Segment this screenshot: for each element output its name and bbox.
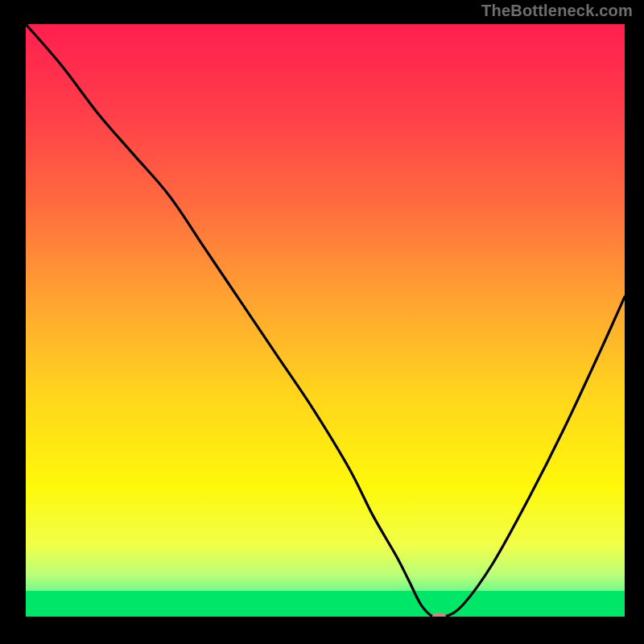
bottleneck-curve — [26, 24, 625, 617]
watermark-text: TheBottleneck.com — [481, 2, 633, 20]
chart-stage: TheBottleneck.com — [0, 0, 644, 644]
optimal-point-marker — [432, 613, 445, 617]
plot-area — [26, 24, 625, 617]
